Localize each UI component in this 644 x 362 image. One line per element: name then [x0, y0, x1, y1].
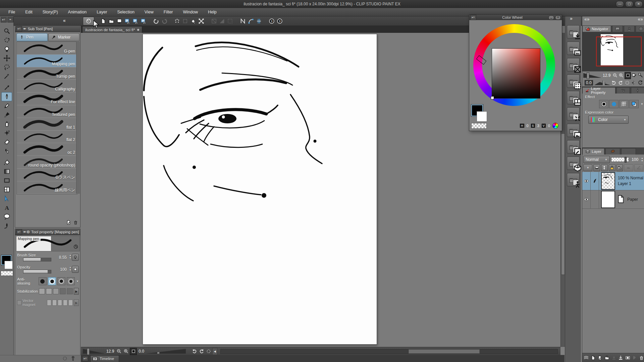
panel-menu-icon[interactable]: ▸≡ — [470, 15, 476, 20]
snap-grid-icon[interactable] — [255, 17, 263, 25]
tool-operation[interactable] — [1, 45, 12, 54]
brush-item[interactable]: Turnip pen — [17, 67, 77, 80]
menu-layer[interactable]: Layer — [92, 8, 112, 16]
tab-tool-navigation[interactable] — [631, 87, 644, 94]
panel-menu-icon[interactable]: ▸≡ — [16, 229, 22, 235]
nav-reset-rotation-icon[interactable] — [624, 80, 630, 86]
tab-information[interactable]: i — [636, 25, 644, 32]
tool-eraser[interactable] — [1, 137, 12, 146]
material-edit-icon[interactable] — [567, 140, 580, 154]
opacity-dynamics-button[interactable] — [72, 266, 79, 273]
tab-layer-search[interactable] — [616, 87, 630, 94]
rotate-right-icon[interactable] — [198, 348, 205, 355]
blend-mode-dropdown[interactable]: Normal ▼ — [583, 156, 610, 163]
anti-aliasing-strong-button[interactable] — [67, 277, 75, 285]
fill-selection-icon[interactable] — [190, 17, 197, 25]
layer-opacity-stepper[interactable]: ▲▼ — [641, 157, 643, 162]
sub-color-swatch[interactable] — [4, 261, 13, 269]
anti-aliasing-weak-button[interactable] — [48, 277, 56, 285]
nav-actual-size-icon[interactable] — [632, 72, 637, 79]
brush-item[interactable]: flat 1 — [17, 118, 77, 131]
brush-item[interactable]: 線画用ペン — [17, 181, 77, 194]
panel-menu-icon[interactable]: ▸≡ — [16, 26, 22, 32]
brush-item[interactable]: Calligraphy — [17, 80, 77, 93]
material-tone-icon[interactable] — [567, 74, 580, 88]
menu-edit[interactable]: Edit — [20, 8, 38, 16]
stabilization-segment[interactable] — [53, 288, 59, 294]
clip-to-layer-below-icon[interactable] — [593, 164, 600, 171]
rotate-left-icon[interactable] — [191, 348, 198, 355]
layer-visibility-icon[interactable] — [582, 190, 591, 208]
lock-layer-icon[interactable] — [609, 164, 615, 171]
brush-size-value[interactable]: 8.55 — [59, 255, 67, 260]
material-threed-icon[interactable] — [567, 157, 580, 170]
anti-aliasing-medium-button[interactable] — [57, 277, 65, 285]
tool-text[interactable]: A — [1, 203, 12, 212]
tool-pencil[interactable] — [1, 101, 12, 110]
brush-size-slider[interactable] — [23, 258, 51, 261]
brush-item[interactable]: Gラスペン — [17, 169, 77, 181]
collapse-canvas-icon[interactable]: « — [63, 18, 66, 23]
apply-mask-icon[interactable] — [632, 354, 638, 361]
navigator-rotation-slider[interactable] — [594, 80, 611, 85]
open-file-icon[interactable] — [108, 17, 115, 25]
navigator-viewport-rect[interactable] — [596, 37, 642, 66]
nav-rotate-left-icon[interactable] — [611, 80, 617, 86]
tool-auto-select[interactable] — [1, 72, 12, 81]
pin-layer-icon[interactable] — [601, 164, 608, 171]
wrench-icon[interactable] — [73, 244, 78, 250]
set-ruler-icon[interactable] — [634, 164, 643, 171]
layer-visibility-icon[interactable] — [582, 172, 591, 190]
zoom-in-icon[interactable] — [123, 348, 129, 355]
brush-item[interactable]: G-pen — [17, 42, 77, 55]
brush-item[interactable]: oc 2 — [17, 143, 77, 156]
layer-mask-icon[interactable] — [625, 354, 631, 361]
panel-menu-icon[interactable]: ▸≡ — [1, 17, 7, 22]
delete-layer-icon[interactable] — [639, 354, 644, 361]
minimize-panel-icon[interactable]: ▁ — [548, 15, 554, 20]
menu-filter[interactable]: Filter — [159, 8, 178, 16]
tab-layer[interactable]: Layer — [582, 148, 604, 155]
help-icon[interactable]: ? — [276, 17, 283, 25]
tool-rotate-canvas[interactable] — [1, 36, 12, 45]
reset-all-settings-icon[interactable] — [62, 356, 67, 362]
layer-opacity-slider[interactable] — [611, 157, 629, 162]
menu-file[interactable]: File — [3, 8, 20, 16]
sub-color-swatch[interactable] — [477, 111, 487, 122]
timeline-tab[interactable]: Timeline — [90, 355, 119, 362]
menu-animation[interactable]: Animation — [63, 8, 92, 16]
nav-reset-display-icon[interactable] — [637, 80, 643, 86]
sv-marker[interactable] — [491, 96, 494, 100]
palette-effects-icon[interactable] — [583, 354, 589, 361]
dock-collapse-icon[interactable]: «» — [584, 16, 590, 22]
brush-size-dynamics-button[interactable] — [72, 254, 79, 261]
layer-thumbnail[interactable] — [601, 191, 615, 208]
brush-item[interactable]: flat 2 — [17, 131, 77, 143]
material-effect-icon[interactable] — [567, 107, 580, 121]
anti-aliasing-dropdown-icon[interactable]: ▼ — [76, 280, 79, 283]
tab-layer-property[interactable]: Layer Property — [582, 87, 615, 94]
delete-subtool-icon[interactable] — [73, 220, 78, 226]
tool-eyedropper[interactable] — [1, 83, 12, 92]
set-as-draft-icon[interactable] — [624, 164, 633, 171]
tool-blend[interactable] — [1, 146, 12, 156]
crop-icon[interactable] — [210, 17, 218, 25]
reset-rotation-icon[interactable] — [205, 348, 212, 355]
tool-airbrush[interactable] — [1, 119, 12, 128]
zoom-slider[interactable] — [83, 349, 105, 354]
new-folder-icon[interactable] — [604, 354, 610, 361]
stabilization-expand-icon[interactable]: ▶ — [74, 288, 79, 295]
color-wheel-header[interactable]: ▸≡ Color Wheel ▁ ✕ — [469, 15, 562, 20]
merge-down-icon[interactable] — [618, 354, 624, 361]
wrench-settings-icon[interactable] — [70, 356, 76, 362]
select-screen-2-icon[interactable] — [132, 17, 139, 25]
menu-storyp[interactable]: Story(P) — [38, 8, 63, 16]
scroll-left-icon[interactable]: ◀ — [212, 348, 217, 355]
brush-item[interactable]: Mapping pen — [17, 55, 77, 67]
tool-correct-line[interactable] — [1, 221, 12, 230]
tool-gradient[interactable] — [1, 167, 12, 176]
transparent-color-swatch[interactable] — [471, 123, 487, 129]
brush-list-scrollbar[interactable] — [76, 42, 80, 194]
stabilization-segment[interactable] — [60, 288, 66, 294]
close-button[interactable]: ✕ — [635, 1, 643, 7]
